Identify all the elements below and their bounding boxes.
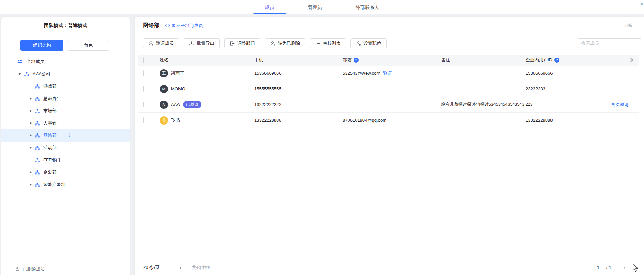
pagination-bar: 20 条/页 ▾ 共4条数据 1 / 1 ‹ › [135,260,644,275]
page-size-value: 20 条/页 [143,264,160,271]
caret-right-icon[interactable] [30,97,32,100]
tab-members[interactable]: 成员 [253,4,286,14]
move-to-deleted-label: 转为已删除 [278,40,300,46]
tree-item-label: 全部成员 [27,59,44,65]
sidebar-item-network-dept[interactable]: 网络部 ⋮ [1,129,130,142]
sidebar-item-aaa-company[interactable]: AAA公司 [1,68,130,80]
show-subdept-members-link[interactable]: 显示子部门成员 [165,23,203,29]
next-page-button[interactable]: › [632,263,641,272]
row-checkbox[interactable] [143,102,144,107]
adjust-department-button[interactable]: 调整部门 [224,38,260,48]
prev-page-button[interactable]: ‹ [620,263,629,272]
review-list-button[interactable]: 审核列表 [310,38,346,48]
avatar: A [160,101,168,109]
close-icon[interactable]: × [640,1,643,7]
tree-item-label: 总裁办1 [43,96,59,102]
row-checkbox[interactable] [143,70,144,76]
page-size-select[interactable]: 20 条/页 ▾ [140,263,185,272]
col-user-id: 企业内用户ID? [526,57,611,63]
tab-admins[interactable]: 管理员 [296,4,334,14]
org-structure-button[interactable]: 组织架构 [20,40,63,51]
owner-label: 老板 [624,23,632,28]
col-note: 备注 [441,57,526,63]
tab-external-contacts[interactable]: 外部联系人 [344,4,391,14]
caret-right-icon[interactable] [30,110,32,112]
caret-down-icon[interactable] [18,73,21,75]
invite-member-button[interactable]: 邀请成员 [143,38,179,48]
member-phone: 15555555555 [254,86,343,91]
tree-item-label: 游戏部 [43,83,57,89]
download-icon [189,41,194,46]
table-row[interactable]: A AAA 已邀请 13222222222 绕弯儿翁探讨探讨44探讨534534… [138,97,639,113]
sidebar-item-ceo-office[interactable]: 总裁办1 [1,92,130,105]
member-user-id: 13322228888 [526,118,611,123]
table-header-row: 姓名 手机 邮箱? 备注 企业内用户ID? [138,55,639,66]
invited-status-badge: 已邀请 [183,101,201,108]
sidebar-item-market-dept[interactable]: 市场部 [1,105,130,117]
tree-item-label: FFF部门 [43,157,60,163]
row-checkbox[interactable] [143,86,144,92]
verify-email-link[interactable]: 验证 [383,70,392,76]
member-phone: 13222222222 [254,102,343,107]
caret-right-icon[interactable] [30,122,32,125]
avatar: 王 [160,69,168,77]
department-icon [35,170,40,175]
batch-export-button[interactable]: 批量导出 [184,38,220,48]
member-user-id: 15366669666 [526,71,611,76]
column-settings-icon[interactable] [629,57,634,63]
sidebar-item-game-dept[interactable]: 游戏部 [1,80,130,92]
person-remove-icon [270,41,275,46]
set-position-label: 设置职位 [363,40,381,46]
sidebar-item-fff-dept[interactable]: FFF部门 [1,154,130,166]
role-button[interactable]: 角色 [68,40,109,51]
department-icon [35,183,40,187]
col-phone: 手机 [254,57,343,63]
batch-export-label: 批量导出 [197,40,214,46]
avatar: M [160,85,168,93]
tree-item-label: 活动部 [43,145,57,151]
more-actions-icon[interactable]: ⋮ [67,134,71,137]
caret-right-icon[interactable] [30,183,32,186]
table-row[interactable]: 王 凯西王 15366669666 532543@wew.com 验证 1536… [138,66,639,81]
member-search [578,38,641,48]
sidebar: 团队模式：普通模式 组织架构 角色 全部成员 AAA公司 游戏部 [1,17,130,275]
table-row[interactable]: 书 飞书 13322228888 8706101804@qq.com 13322… [138,113,639,128]
department-icon [35,133,40,138]
sidebar-item-activity-dept[interactable]: 活动部 [1,142,130,154]
department-icon [35,121,40,126]
select-all-checkbox[interactable] [143,57,144,63]
department-icon [35,146,40,150]
member-toolbar: 邀请成员 批量导出 调整部门 转为已删除 审核列表 设置职位 [143,38,387,48]
email-help-icon[interactable]: ? [354,58,359,63]
total-count-label: 共4条数据 [192,265,211,271]
member-note: 绕弯儿翁探讨探讨44探讨534534543543543 223 [441,102,526,107]
adjust-department-label: 调整部门 [237,40,255,46]
move-to-deleted-button[interactable]: 转为已删除 [265,38,305,48]
caret-right-icon[interactable] [30,134,32,137]
table-row[interactable]: M MOMO 15555555555 23232333 [138,81,639,97]
department-icon [35,158,40,162]
user-id-help-icon[interactable]: ? [554,58,559,63]
members-panel: 网络部 显示子部门成员 老板 邀请成员 批量导出 调整部门 转为已删除 审核列表 [135,17,644,275]
sidebar-item-all-members[interactable]: 全部成员 [1,56,130,68]
current-page-input[interactable]: 1 [593,263,603,272]
sidebar-item-hr-dept[interactable]: 人事部 [1,117,130,129]
reinvite-link[interactable]: 再次邀请 [611,102,629,107]
caret-right-icon[interactable] [30,171,32,174]
avatar: 书 [160,116,168,125]
deleted-members-label: 已删除成员 [23,266,45,272]
set-position-button[interactable]: 设置职位 [350,38,387,48]
team-mode-title: 团队模式：普通模式 [1,17,130,34]
department-icon [35,109,40,113]
row-checkbox[interactable] [143,117,144,123]
deleted-members-link[interactable]: 已删除成员 [15,266,45,272]
member-name: 凯西王 [171,70,184,76]
sidebar-item-smart-capacity-dept[interactable]: 智能产能部 [1,178,130,191]
sidebar-item-planning-dept[interactable]: 企划部 [1,166,130,178]
search-input[interactable] [581,41,641,46]
list-icon [315,41,320,46]
member-name: MOMO [171,86,185,91]
member-email: 8706101804@qq.com [343,118,441,123]
caret-right-icon[interactable] [30,146,32,149]
member-name: AAA [171,102,180,107]
